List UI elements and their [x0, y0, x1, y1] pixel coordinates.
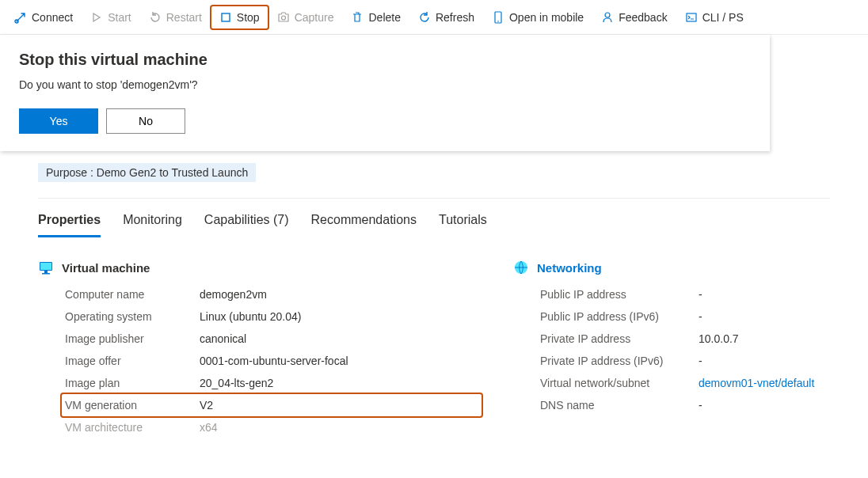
start-label: Start	[108, 11, 131, 24]
vm-icon	[38, 260, 54, 275]
svg-rect-1	[222, 13, 230, 21]
feedback-label: Feedback	[619, 11, 667, 24]
svg-point-5	[605, 13, 610, 17]
tab-capabilities[interactable]: Capabilities (7)	[204, 207, 289, 237]
dialog-title: Stop this virtual machine	[19, 51, 751, 69]
open-mobile-button[interactable]: Open in mobile	[484, 6, 592, 28]
svg-point-2	[281, 16, 285, 20]
restart-icon	[149, 11, 162, 24]
vnet-link[interactable]: demovm01-vnet/default	[699, 377, 814, 389]
delete-button[interactable]: Delete	[343, 6, 408, 28]
restart-label: Restart	[166, 11, 202, 24]
play-icon	[90, 11, 103, 24]
prop-os: Operating system Linux (ubuntu 20.04)	[65, 305, 482, 328]
feedback-button[interactable]: Feedback	[593, 6, 675, 28]
prop-vm-architecture: VM architecture x64	[65, 416, 482, 438]
prop-vm-generation: VM generation V2	[62, 394, 482, 416]
start-button[interactable]: Start	[82, 6, 139, 28]
prop-image-plan: Image plan 20_04-lts-gen2	[65, 372, 482, 394]
properties-content: Virtual machine Computer name demogen2vm…	[0, 237, 868, 438]
tab-properties[interactable]: Properties	[38, 207, 101, 237]
refresh-label: Refresh	[436, 11, 474, 24]
capture-button[interactable]: Capture	[269, 6, 342, 28]
vm-section-title: Virtual machine	[62, 261, 150, 275]
dialog-message: Do you want to stop 'demogen2vm'?	[19, 78, 751, 91]
prop-dns-name: DNS name -	[540, 394, 814, 416]
refresh-icon	[418, 11, 431, 24]
svg-rect-10	[42, 273, 50, 275]
prop-image-publisher: Image publisher canonical	[65, 328, 482, 350]
prop-private-ip: Private IP address 10.0.0.7	[540, 328, 814, 350]
restart-button[interactable]: Restart	[141, 6, 210, 28]
yes-button[interactable]: Yes	[19, 108, 98, 134]
connect-label: Connect	[32, 11, 73, 24]
refresh-button[interactable]: Refresh	[410, 6, 482, 28]
trash-icon	[351, 11, 364, 24]
cli-icon	[685, 11, 698, 24]
prop-public-ip6: Public IP address (IPv6) -	[540, 305, 814, 328]
delete-label: Delete	[368, 11, 400, 24]
networking-icon	[513, 260, 529, 275]
capture-label: Capture	[295, 11, 334, 24]
prop-image-offer: Image offer 0001-com-ubuntu-server-focal	[65, 350, 482, 372]
stop-label: Stop	[237, 11, 260, 24]
prop-private-ip6: Private IP address (IPv6) -	[540, 350, 814, 372]
purpose-tag[interactable]: Purpose : Demo Gen2 to Trusted Launch	[38, 163, 256, 182]
capture-icon	[277, 11, 290, 24]
command-bar: Connect Start Restart Stop Capture Delet…	[0, 0, 868, 35]
connect-button[interactable]: Connect	[6, 6, 81, 28]
stop-vm-dialog: Stop this virtual machine Do you want to…	[0, 35, 770, 151]
stop-button[interactable]: Stop	[211, 6, 268, 28]
cli-ps-button[interactable]: CLI / PS	[677, 6, 752, 28]
cli-ps-label: CLI / PS	[702, 11, 744, 24]
svg-rect-8	[40, 263, 51, 270]
tab-recommendations[interactable]: Recommendations	[311, 207, 417, 237]
tags-area: Purpose : Demo Gen2 to Trusted Launch	[0, 155, 868, 198]
stop-icon	[219, 11, 232, 24]
prop-public-ip: Public IP address -	[540, 283, 814, 305]
open-mobile-label: Open in mobile	[509, 11, 584, 24]
prop-vnet-subnet: Virtual network/subnet demovm01-vnet/def…	[540, 372, 814, 394]
prop-computer-name: Computer name demogen2vm	[65, 283, 482, 305]
connect-icon	[14, 11, 27, 24]
tab-tutorials[interactable]: Tutorials	[439, 207, 487, 237]
mobile-icon	[492, 11, 504, 24]
svg-rect-6	[687, 13, 696, 21]
tab-monitoring[interactable]: Monitoring	[123, 207, 182, 237]
no-button[interactable]: No	[106, 108, 185, 134]
networking-section-title[interactable]: Networking	[537, 261, 602, 275]
svg-rect-9	[44, 271, 48, 273]
svg-point-4	[497, 21, 499, 22]
tabs: Properties Monitoring Capabilities (7) R…	[0, 199, 868, 237]
feedback-icon	[601, 11, 614, 24]
